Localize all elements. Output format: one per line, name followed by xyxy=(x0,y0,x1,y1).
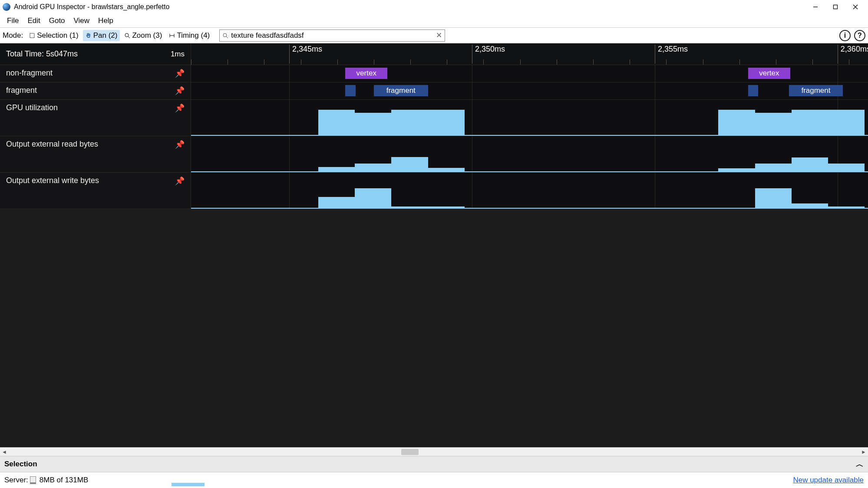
mode-selection[interactable]: Selection (1) xyxy=(26,30,81,41)
track-label: Output external write bytes📌 xyxy=(0,173,191,209)
track-row: Output external read bytes📌 xyxy=(0,136,868,173)
event-block[interactable]: fragment xyxy=(789,85,843,96)
svg-rect-4 xyxy=(30,33,34,38)
track-row: GPU utilization📌 xyxy=(0,100,868,136)
total-time-label: Total Time: 5s047ms xyxy=(6,49,78,59)
scroll-right-button[interactable]: ► xyxy=(859,448,868,456)
scale-indicator: 1ms xyxy=(171,50,185,59)
counter-bar[interactable] xyxy=(828,164,865,171)
toolbar: Mode: Selection (1) Pan (2) Zoom (3) Tim… xyxy=(0,28,868,43)
ruler-label: 2,355ms xyxy=(655,45,688,64)
close-button[interactable] xyxy=(845,0,865,14)
time-ruler[interactable]: 2,345ms2,350ms2,355ms2,360ms xyxy=(191,43,868,65)
ruler-label: 2,350ms xyxy=(472,45,505,64)
track-lane[interactable]: fragmentfragment xyxy=(191,82,868,99)
search-box[interactable]: ✕ xyxy=(219,29,445,42)
counter-bar[interactable] xyxy=(755,164,792,171)
menu-edit[interactable]: Edit xyxy=(23,15,44,27)
mode-selection-label: Selection (1) xyxy=(37,31,78,40)
event-block[interactable] xyxy=(748,85,758,96)
track-lane[interactable] xyxy=(191,173,868,209)
counter-bar[interactable] xyxy=(355,164,391,171)
maximize-button[interactable] xyxy=(825,0,845,14)
track-lane[interactable] xyxy=(191,136,868,172)
counter-bar[interactable] xyxy=(792,110,828,135)
track-label: Output external read bytes📌 xyxy=(0,136,191,172)
counter-bar[interactable] xyxy=(755,188,792,208)
help-button[interactable]: ? xyxy=(854,30,865,41)
counter-bar[interactable] xyxy=(428,168,465,171)
counter-bar[interactable] xyxy=(428,206,465,208)
counter-bar[interactable] xyxy=(318,110,355,135)
server-label: Server: xyxy=(4,476,28,485)
track-name: Output external read bytes xyxy=(6,140,98,149)
pin-icon[interactable]: 📌 xyxy=(175,103,185,113)
event-block[interactable]: vertex xyxy=(345,68,387,79)
counter-bar[interactable] xyxy=(792,203,828,208)
track-label: GPU utilization📌 xyxy=(0,100,191,136)
selection-panel-header[interactable]: Selection ︿ xyxy=(0,456,868,472)
counter-bar[interactable] xyxy=(718,110,755,135)
ruler-label: 2,360ms xyxy=(838,45,868,64)
counter-bar[interactable] xyxy=(355,188,391,208)
chevron-up-icon[interactable]: ︿ xyxy=(856,459,864,469)
event-block[interactable]: vertex xyxy=(748,68,790,79)
horizontal-scrollbar[interactable]: ◄ ► xyxy=(0,447,868,456)
counter-bar[interactable] xyxy=(391,206,428,208)
track-label: non-fragment📌 xyxy=(0,65,191,82)
minimize-button[interactable] xyxy=(805,0,825,14)
update-link[interactable]: New update available xyxy=(793,476,864,485)
menu-view[interactable]: View xyxy=(69,15,94,27)
help-icon: ? xyxy=(858,32,862,39)
event-block[interactable] xyxy=(345,85,355,96)
scroll-left-button[interactable]: ◄ xyxy=(0,448,9,456)
info-button[interactable]: i xyxy=(839,30,851,41)
pin-icon[interactable]: 📌 xyxy=(175,69,185,78)
scale-indicator-label: 1ms xyxy=(171,50,185,59)
counter-bar[interactable] xyxy=(828,206,865,208)
mode-label: Mode: xyxy=(3,31,23,40)
counter-bar[interactable] xyxy=(355,113,391,135)
track-lane[interactable] xyxy=(191,100,868,136)
counter-bar[interactable] xyxy=(755,113,792,135)
timing-icon xyxy=(169,33,175,39)
counter-bar[interactable] xyxy=(391,110,428,135)
mode-timing-label: Timing (4) xyxy=(177,31,210,40)
counter-bar[interactable] xyxy=(318,197,355,208)
counter-bar[interactable] xyxy=(428,110,465,135)
window-title: Android GPU Inspector - brawlstars_angle… xyxy=(14,3,169,11)
pin-icon[interactable]: 📌 xyxy=(175,86,185,95)
track-label: fragment📌 xyxy=(0,82,191,99)
svg-point-5 xyxy=(125,33,129,37)
svg-line-6 xyxy=(128,36,130,38)
menu-goto[interactable]: Goto xyxy=(45,15,69,27)
track-lane[interactable]: vertexvertex xyxy=(191,65,868,82)
tracks-container: non-fragment📌vertexvertexfragment📌fragme… xyxy=(0,65,868,209)
track-name: GPU utilization xyxy=(6,103,58,112)
scroll-thumb[interactable] xyxy=(401,449,419,455)
mode-pan[interactable]: Pan (2) xyxy=(83,30,120,41)
memory-text: 8MB of 131MB xyxy=(40,476,88,485)
svg-rect-1 xyxy=(834,5,838,9)
pin-icon[interactable]: 📌 xyxy=(175,140,185,149)
counter-bar[interactable] xyxy=(318,167,355,171)
clear-search-icon[interactable]: ✕ xyxy=(436,31,442,40)
counter-bar[interactable] xyxy=(828,110,865,135)
counter-bar[interactable] xyxy=(792,157,828,171)
empty-area xyxy=(0,209,868,447)
ruler-label: 2,345ms xyxy=(289,45,322,64)
mode-timing[interactable]: Timing (4) xyxy=(166,30,212,41)
menu-file[interactable]: File xyxy=(3,15,23,27)
search-input[interactable] xyxy=(231,31,433,40)
menu-help[interactable]: Help xyxy=(94,15,118,27)
svg-point-10 xyxy=(223,33,227,37)
zoom-icon xyxy=(124,33,130,39)
mode-zoom[interactable]: Zoom (3) xyxy=(122,30,165,41)
track-name: Output external write bytes xyxy=(6,176,99,185)
track-row: fragment📌fragmentfragment xyxy=(0,82,868,100)
pan-icon xyxy=(86,33,92,39)
pin-icon[interactable]: 📌 xyxy=(175,176,185,186)
event-block[interactable]: fragment xyxy=(374,85,428,96)
counter-bar[interactable] xyxy=(391,157,428,171)
counter-bar[interactable] xyxy=(718,168,755,171)
